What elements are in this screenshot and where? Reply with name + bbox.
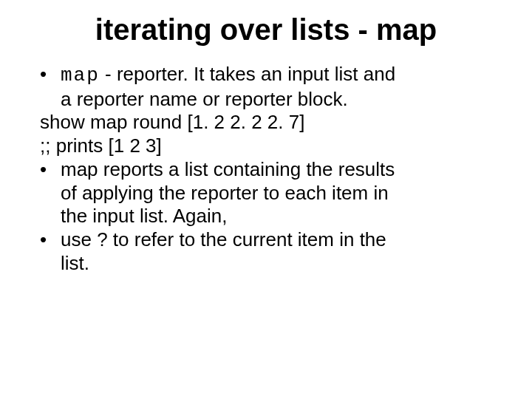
bullet-dot-icon: • [37,228,61,252]
bullet-item-3: • use ? to refer to the current item in … [37,228,495,252]
bullet-3-text: use ? to refer to the current item in th… [61,228,495,252]
bullet-2-text: map reports a list containing the result… [61,158,495,182]
slide: iterating over lists - map • map - repor… [0,0,532,399]
slide-title: iterating over lists - map [37,13,495,47]
code-word-map: map [61,64,100,86]
bullet-item-2: • map reports a list containing the resu… [37,158,495,182]
bullet-2-cont1: of applying the reporter to each item in [37,182,495,205]
bullet-dot-icon: • [37,63,61,86]
bullet-1-text: map - reporter. It takes an input list a… [61,63,495,88]
bullet-item-1: • map - reporter. It takes an input list… [37,63,495,88]
bullet-1-rest: - reporter. It takes an input list and [100,63,395,85]
bullet-2-cont2: the input list. Again, [37,205,495,228]
bullet-1-cont: a reporter name or reporter block. [37,88,495,112]
bullet-dot-icon: • [37,158,61,182]
bullet-3-cont: list. [37,252,495,276]
code-line-2: ;; prints [1 2 3] [37,134,495,158]
slide-body: • map - reporter. It takes an input list… [37,63,495,275]
code-line-1: show map round [1. 2 2. 2 2. 7] [37,111,495,134]
